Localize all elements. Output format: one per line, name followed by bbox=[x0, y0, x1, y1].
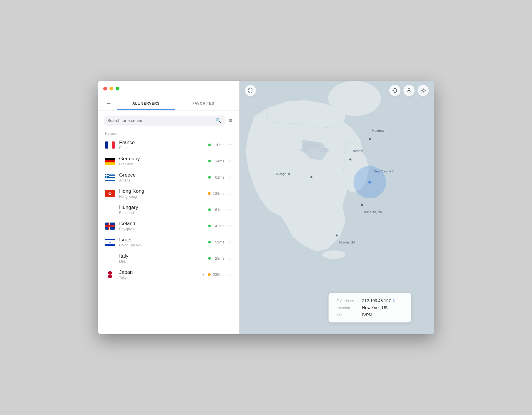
ip-label: IP Address bbox=[336, 299, 362, 303]
back-button[interactable]: ← bbox=[105, 100, 113, 107]
server-city: Tokyo bbox=[119, 276, 202, 280]
favorite-icon[interactable]: ☆ bbox=[228, 256, 232, 261]
latency-value: 42ms bbox=[213, 224, 224, 228]
info-box: IP Address 212.103.48.197 ↻ Location New… bbox=[329, 293, 411, 322]
refresh-icon[interactable]: ↻ bbox=[393, 299, 395, 303]
favorite-icon[interactable]: ☆ bbox=[228, 174, 232, 180]
map-expand-button[interactable] bbox=[245, 85, 256, 96]
map-panel: Montreal Toronto Chicago, IL New York, N… bbox=[239, 81, 434, 334]
latency-value: 59ms bbox=[213, 240, 224, 244]
list-item[interactable]: Hungary Budapest 61ms ☆ bbox=[98, 202, 239, 218]
server-name: Iceland bbox=[119, 221, 208, 227]
search-icon: 🔍 bbox=[216, 118, 221, 123]
flag-israel: ✡ bbox=[105, 239, 115, 246]
server-name: Hong Kong bbox=[119, 188, 208, 194]
svg-point-2 bbox=[322, 250, 346, 259]
list-item[interactable]: France Paris 10ms ☆ bbox=[98, 137, 239, 153]
flag-france bbox=[105, 141, 115, 149]
tab-all-servers[interactable]: ALL SERVERS bbox=[117, 97, 175, 110]
city-dot-chicago bbox=[311, 176, 313, 178]
close-button[interactable] bbox=[103, 87, 107, 90]
server-info: France Paris bbox=[119, 140, 208, 150]
location-label: Location bbox=[336, 306, 362, 310]
minimize-button[interactable] bbox=[109, 87, 113, 90]
flag-hungary bbox=[105, 206, 115, 213]
list-item[interactable]: Iceland Reykjavik 42ms ☆ bbox=[98, 218, 239, 234]
server-meta: ▾ 235ms ☆ bbox=[202, 272, 232, 277]
city-dot-montreal bbox=[369, 138, 371, 140]
server-name: Japan bbox=[119, 269, 202, 275]
server-name: Italy bbox=[119, 253, 208, 259]
expand-icon[interactable]: ▾ bbox=[202, 272, 204, 277]
server-list-panel: ← ALL SERVERS FAVORITES 🔍 ≡ Helsinki bbox=[98, 81, 239, 334]
server-city: Budapest bbox=[119, 211, 208, 215]
server-info: Italy Milan bbox=[119, 253, 208, 264]
city-label-atlanta: Atlanta, GA bbox=[339, 241, 355, 244]
search-row: 🔍 ≡ bbox=[98, 111, 239, 129]
server-city: Frankfurt bbox=[119, 162, 208, 166]
server-name: Germany bbox=[119, 156, 208, 162]
latency-value: 28ms bbox=[213, 256, 224, 261]
latency-value: 61ms bbox=[213, 175, 224, 179]
city-label-ashburn: Ashburn, VA bbox=[364, 210, 382, 214]
svg-point-4 bbox=[318, 148, 329, 152]
latency-dot bbox=[208, 208, 211, 211]
server-meta: 14ms ☆ bbox=[208, 158, 232, 164]
server-meta: 42ms ☆ bbox=[208, 223, 232, 229]
isp-label: ISP bbox=[336, 313, 362, 317]
filter-icon[interactable]: ≡ bbox=[228, 116, 233, 125]
latency-dot bbox=[208, 225, 211, 227]
latency-value: 14ms bbox=[213, 159, 224, 163]
favorite-icon[interactable]: ☆ bbox=[228, 207, 232, 213]
list-item[interactable]: Italy Milan 28ms ☆ bbox=[98, 250, 239, 266]
tabs-header: ← ALL SERVERS FAVORITES bbox=[98, 96, 239, 111]
favorite-icon[interactable]: ☆ bbox=[228, 191, 232, 196]
server-meta: 59ms ☆ bbox=[208, 239, 232, 245]
server-meta: 188ms ☆ bbox=[208, 191, 232, 196]
favorite-icon[interactable]: ☆ bbox=[228, 223, 232, 229]
server-meta: 61ms ☆ bbox=[208, 174, 232, 180]
maximize-button[interactable] bbox=[116, 87, 119, 90]
server-city: Milan bbox=[119, 259, 208, 264]
server-list: Helsinki France Paris 10ms ☆ bbox=[98, 129, 239, 334]
flag-hk bbox=[105, 190, 115, 197]
search-wrapper[interactable]: 🔍 bbox=[104, 116, 225, 126]
server-city: Hong Kong bbox=[119, 195, 208, 199]
server-meta: 28ms ☆ bbox=[208, 256, 232, 261]
map-header bbox=[239, 85, 434, 96]
city-label-chicago: Chicago, IL bbox=[275, 172, 291, 176]
server-city: Paris bbox=[119, 146, 208, 150]
search-input[interactable] bbox=[107, 118, 213, 123]
section-label: Helsinki bbox=[98, 129, 239, 137]
latency-value: 10ms bbox=[213, 143, 224, 147]
crosshair-button[interactable] bbox=[389, 85, 400, 96]
latency-dot bbox=[208, 273, 211, 276]
city-label-newyork: New York, NY bbox=[374, 169, 394, 173]
latency-value: 61ms bbox=[213, 208, 224, 212]
server-name: France bbox=[119, 140, 208, 146]
info-row-isp: ISP IVPN bbox=[336, 312, 404, 317]
settings-button[interactable] bbox=[418, 85, 429, 96]
list-item[interactable]: Japan Tokyo ▾ 235ms ☆ bbox=[98, 266, 239, 283]
flag-italy bbox=[105, 255, 115, 262]
list-item[interactable]: Hong Kong Hong Kong 188ms ☆ bbox=[98, 185, 239, 202]
list-item[interactable]: ✡ Israel Holon, Tel Aviv 59ms ☆ bbox=[98, 234, 239, 250]
list-item[interactable]: Greece Athens 61ms ☆ bbox=[98, 169, 239, 185]
latency-value: 188ms bbox=[213, 191, 224, 196]
latency-dot bbox=[208, 257, 211, 260]
server-info: Japan Tokyo bbox=[119, 269, 202, 280]
info-row-ip: IP Address 212.103.48.197 ↻ bbox=[336, 298, 404, 303]
server-info: Greece Athens bbox=[119, 172, 208, 182]
list-item[interactable]: Germany Frankfurt 14ms ☆ bbox=[98, 153, 239, 169]
city-dot-toronto bbox=[349, 158, 352, 160]
flag-germany bbox=[105, 158, 115, 165]
favorite-icon[interactable]: ☆ bbox=[228, 272, 232, 277]
server-meta: 61ms ☆ bbox=[208, 207, 232, 213]
account-button[interactable] bbox=[403, 85, 415, 96]
favorite-icon[interactable]: ☆ bbox=[228, 239, 232, 245]
tab-favorites[interactable]: FAVORITES bbox=[175, 97, 232, 110]
server-info: Hungary Budapest bbox=[119, 205, 208, 215]
favorite-icon[interactable]: ☆ bbox=[228, 142, 232, 148]
server-info: Germany Frankfurt bbox=[119, 156, 208, 166]
favorite-icon[interactable]: ☆ bbox=[228, 158, 232, 164]
